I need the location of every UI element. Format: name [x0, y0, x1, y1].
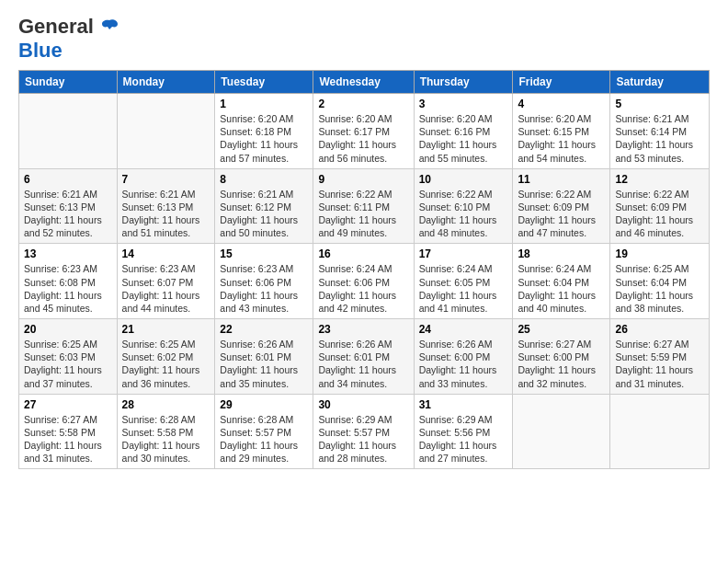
calendar-header-wednesday: Wednesday: [313, 71, 414, 94]
calendar-cell: [117, 94, 215, 169]
day-number: 23: [318, 323, 408, 336]
calendar-cell: 5Sunrise: 6:21 AMSunset: 6:14 PMDaylight…: [610, 94, 710, 169]
calendar-cell: 29Sunrise: 6:28 AMSunset: 5:57 PMDayligh…: [215, 394, 313, 469]
cell-info: Sunrise: 6:27 AMSunset: 5:59 PMDaylight:…: [615, 338, 704, 390]
day-number: 22: [220, 323, 308, 336]
cell-info: Sunrise: 6:22 AMSunset: 6:11 PMDaylight:…: [318, 188, 408, 240]
day-number: 19: [615, 247, 704, 260]
calendar-cell: [19, 94, 118, 169]
calendar-cell: 23Sunrise: 6:26 AMSunset: 6:01 PMDayligh…: [313, 319, 414, 395]
calendar-week-1: 1Sunrise: 6:20 AMSunset: 6:18 PMDaylight…: [19, 94, 710, 169]
day-number: 18: [518, 247, 605, 260]
calendar-cell: 22Sunrise: 6:26 AMSunset: 6:01 PMDayligh…: [215, 319, 313, 395]
day-number: 1: [220, 98, 308, 110]
cell-info: Sunrise: 6:25 AMSunset: 6:02 PMDaylight:…: [122, 338, 210, 390]
cell-info: Sunrise: 6:29 AMSunset: 5:56 PMDaylight:…: [419, 413, 508, 465]
day-number: 20: [24, 323, 112, 336]
day-number: 6: [24, 173, 112, 186]
cell-info: Sunrise: 6:25 AMSunset: 6:03 PMDaylight:…: [24, 338, 112, 390]
logo-general: General: [18, 15, 94, 39]
calendar-cell: 26Sunrise: 6:27 AMSunset: 5:59 PMDayligh…: [610, 319, 710, 395]
cell-info: Sunrise: 6:23 AMSunset: 6:07 PMDaylight:…: [122, 262, 210, 315]
day-number: 21: [122, 323, 210, 336]
day-number: 14: [122, 247, 210, 260]
calendar-cell: [513, 394, 610, 469]
cell-info: Sunrise: 6:26 AMSunset: 6:01 PMDaylight:…: [220, 338, 308, 390]
cell-info: Sunrise: 6:20 AMSunset: 6:16 PMDaylight:…: [419, 112, 508, 165]
calendar-cell: 17Sunrise: 6:24 AMSunset: 6:05 PMDayligh…: [414, 244, 513, 319]
calendar-cell: 31Sunrise: 6:29 AMSunset: 5:56 PMDayligh…: [414, 394, 513, 469]
calendar-cell: 9Sunrise: 6:22 AMSunset: 6:11 PMDaylight…: [313, 168, 414, 244]
calendar-cell: 19Sunrise: 6:25 AMSunset: 6:04 PMDayligh…: [610, 244, 710, 319]
day-number: 2: [318, 98, 408, 110]
day-number: 8: [220, 173, 308, 186]
cell-info: Sunrise: 6:26 AMSunset: 6:00 PMDaylight:…: [419, 338, 508, 390]
calendar-header-tuesday: Tuesday: [215, 71, 313, 94]
day-number: 31: [419, 398, 508, 411]
cell-info: Sunrise: 6:21 AMSunset: 6:12 PMDaylight:…: [220, 188, 308, 240]
day-number: 3: [419, 98, 508, 110]
page-container: General Blue SundayMondayTuesdayWednesda…: [0, 0, 728, 478]
cell-info: Sunrise: 6:22 AMSunset: 6:10 PMDaylight:…: [419, 188, 508, 240]
day-number: 26: [615, 323, 704, 336]
calendar-cell: 10Sunrise: 6:22 AMSunset: 6:10 PMDayligh…: [414, 168, 513, 244]
calendar-cell: 2Sunrise: 6:20 AMSunset: 6:17 PMDaylight…: [313, 94, 414, 169]
calendar-week-4: 20Sunrise: 6:25 AMSunset: 6:03 PMDayligh…: [19, 319, 710, 395]
calendar-cell: 7Sunrise: 6:21 AMSunset: 6:13 PMDaylight…: [117, 168, 215, 244]
cell-info: Sunrise: 6:20 AMSunset: 6:18 PMDaylight:…: [220, 112, 308, 165]
calendar-cell: 18Sunrise: 6:24 AMSunset: 6:04 PMDayligh…: [513, 244, 610, 319]
cell-info: Sunrise: 6:26 AMSunset: 6:01 PMDaylight:…: [318, 338, 408, 390]
calendar-table: SundayMondayTuesdayWednesdayThursdayFrid…: [18, 70, 710, 469]
calendar-cell: 30Sunrise: 6:29 AMSunset: 5:57 PMDayligh…: [313, 394, 414, 469]
calendar-cell: 14Sunrise: 6:23 AMSunset: 6:07 PMDayligh…: [117, 244, 215, 319]
calendar-header-row: SundayMondayTuesdayWednesdayThursdayFrid…: [19, 71, 710, 94]
calendar-cell: 6Sunrise: 6:21 AMSunset: 6:13 PMDaylight…: [19, 168, 118, 244]
calendar-header-saturday: Saturday: [610, 71, 710, 94]
calendar-cell: 25Sunrise: 6:27 AMSunset: 6:00 PMDayligh…: [513, 319, 610, 395]
cell-info: Sunrise: 6:22 AMSunset: 6:09 PMDaylight:…: [615, 188, 704, 240]
day-number: 29: [220, 398, 308, 411]
cell-info: Sunrise: 6:21 AMSunset: 6:13 PMDaylight:…: [122, 188, 210, 240]
calendar-cell: 1Sunrise: 6:20 AMSunset: 6:18 PMDaylight…: [215, 94, 313, 169]
cell-info: Sunrise: 6:20 AMSunset: 6:15 PMDaylight:…: [518, 112, 605, 165]
day-number: 25: [518, 323, 605, 336]
cell-info: Sunrise: 6:20 AMSunset: 6:17 PMDaylight:…: [318, 112, 408, 165]
day-number: 11: [518, 173, 605, 186]
calendar-cell: 8Sunrise: 6:21 AMSunset: 6:12 PMDaylight…: [215, 168, 313, 244]
calendar-cell: 27Sunrise: 6:27 AMSunset: 5:58 PMDayligh…: [19, 394, 118, 469]
calendar-cell: 20Sunrise: 6:25 AMSunset: 6:03 PMDayligh…: [19, 319, 118, 395]
day-number: 9: [318, 173, 408, 186]
day-number: 12: [615, 173, 704, 186]
calendar-cell: 11Sunrise: 6:22 AMSunset: 6:09 PMDayligh…: [513, 168, 610, 244]
calendar-week-5: 27Sunrise: 6:27 AMSunset: 5:58 PMDayligh…: [19, 394, 710, 469]
calendar-cell: 16Sunrise: 6:24 AMSunset: 6:06 PMDayligh…: [313, 244, 414, 319]
calendar-header-monday: Monday: [117, 71, 215, 94]
calendar-header-sunday: Sunday: [19, 71, 118, 94]
day-number: 28: [122, 398, 210, 411]
calendar-header-thursday: Thursday: [414, 71, 513, 94]
cell-info: Sunrise: 6:27 AMSunset: 5:58 PMDaylight:…: [24, 413, 112, 465]
cell-info: Sunrise: 6:28 AMSunset: 5:58 PMDaylight:…: [122, 413, 210, 465]
calendar-cell: 13Sunrise: 6:23 AMSunset: 6:08 PMDayligh…: [19, 244, 118, 319]
calendar-cell: 3Sunrise: 6:20 AMSunset: 6:16 PMDaylight…: [414, 94, 513, 169]
cell-info: Sunrise: 6:24 AMSunset: 6:05 PMDaylight:…: [419, 262, 508, 315]
calendar-cell: 4Sunrise: 6:20 AMSunset: 6:15 PMDaylight…: [513, 94, 610, 169]
logo-bird-icon: [99, 17, 119, 37]
cell-info: Sunrise: 6:24 AMSunset: 6:06 PMDaylight:…: [318, 262, 408, 315]
calendar-cell: [610, 394, 710, 469]
day-number: 16: [318, 247, 408, 260]
calendar-cell: 15Sunrise: 6:23 AMSunset: 6:06 PMDayligh…: [215, 244, 313, 319]
logo: General Blue: [18, 15, 119, 63]
cell-info: Sunrise: 6:23 AMSunset: 6:08 PMDaylight:…: [24, 262, 112, 315]
cell-info: Sunrise: 6:29 AMSunset: 5:57 PMDaylight:…: [318, 413, 408, 465]
cell-info: Sunrise: 6:21 AMSunset: 6:13 PMDaylight:…: [24, 188, 112, 240]
logo-blue-text: Blue: [18, 39, 63, 63]
cell-info: Sunrise: 6:27 AMSunset: 6:00 PMDaylight:…: [518, 338, 605, 390]
calendar-cell: 21Sunrise: 6:25 AMSunset: 6:02 PMDayligh…: [117, 319, 215, 395]
cell-info: Sunrise: 6:23 AMSunset: 6:06 PMDaylight:…: [220, 262, 308, 315]
day-number: 30: [318, 398, 408, 411]
day-number: 13: [24, 247, 112, 260]
day-number: 15: [220, 247, 308, 260]
day-number: 4: [518, 98, 605, 110]
day-number: 27: [24, 398, 112, 411]
